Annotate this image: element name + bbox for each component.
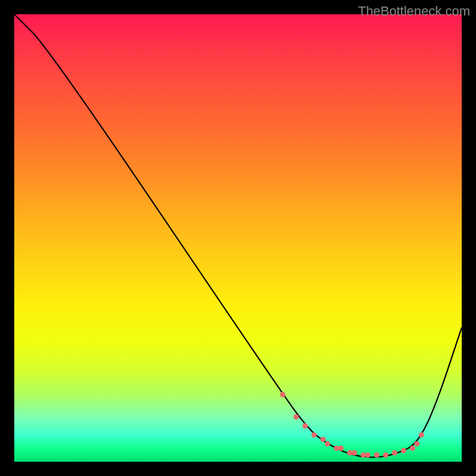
marker-dot — [383, 452, 389, 458]
marker-dot — [374, 452, 380, 458]
curve-line — [14, 14, 462, 457]
marker-dot — [419, 432, 424, 437]
marker-dot — [392, 450, 397, 455]
marker-dot — [325, 441, 330, 446]
watermark-text: TheBottleneck.com — [358, 4, 470, 19]
marker-dot — [410, 446, 415, 451]
marker-dot — [280, 392, 286, 397]
marker-dot — [293, 414, 299, 419]
marker-dot — [414, 441, 419, 446]
marker-dot — [311, 432, 317, 437]
marker-dot — [302, 423, 308, 428]
marker-dot — [401, 448, 406, 453]
marker-dot — [352, 450, 357, 455]
marker-dot — [365, 452, 371, 458]
plot-area — [14, 14, 462, 462]
chart-svg — [14, 14, 462, 462]
marker-dot — [320, 437, 325, 442]
curve-markers — [280, 392, 424, 458]
marker-dot — [338, 446, 343, 451]
